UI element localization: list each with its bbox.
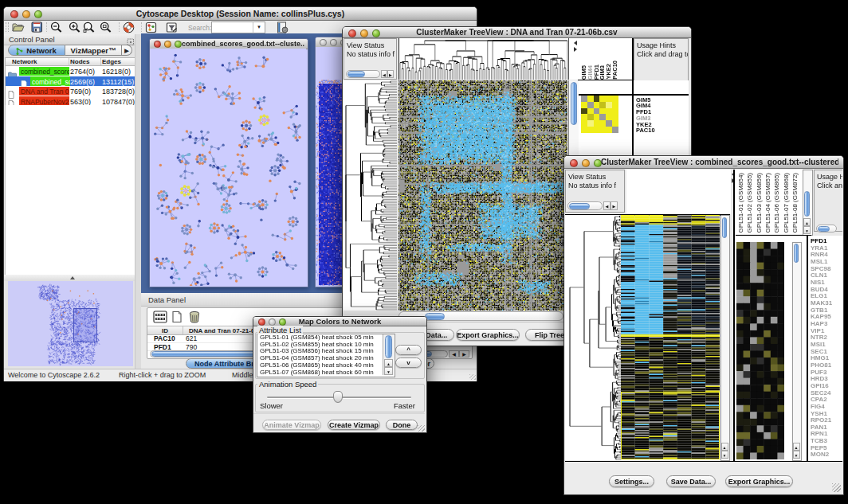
- new-document-icon[interactable]: [171, 311, 183, 326]
- overview-divider[interactable]: [4, 275, 141, 281]
- view-status-hscrollbar[interactable]: [346, 70, 380, 78]
- row-label[interactable]: ELG1: [811, 292, 827, 299]
- row-label[interactable]: CLN1: [811, 272, 827, 279]
- row-label[interactable]: GTB1: [811, 307, 827, 314]
- column-dendrogram[interactable]: [398, 38, 568, 80]
- heatmap-cell[interactable]: [594, 120, 600, 127]
- minimize-button[interactable]: [582, 159, 590, 167]
- zoom-heatmap[interactable]: [581, 96, 618, 133]
- heatmap-cell[interactable]: [606, 120, 612, 127]
- row-dendrogram[interactable]: [344, 80, 397, 311]
- col-nodes[interactable]: Nodes: [70, 58, 89, 65]
- row-label[interactable]: PEP5: [811, 444, 826, 451]
- frame-minimize-button[interactable]: [330, 39, 337, 46]
- scrollbar-thumb[interactable]: [818, 226, 830, 232]
- row-label[interactable]: MAK31: [811, 299, 832, 307]
- done-button[interactable]: Done: [386, 420, 418, 430]
- row-label[interactable]: HAP3: [811, 320, 827, 327]
- row-label[interactable]: PUF3: [811, 369, 826, 376]
- heatmap-cell[interactable]: [594, 114, 600, 120]
- export-graphics-button[interactable]: Export Graphics...: [456, 329, 520, 341]
- heatmap-cell[interactable]: [606, 102, 612, 108]
- treeview1-titlebar[interactable]: ClusterMaker TreeView : DNA and Tran 07-…: [343, 27, 691, 38]
- col-attr[interactable]: DNA and Tran 07-21-06b: [189, 327, 262, 334]
- heatmap-cell[interactable]: [612, 120, 618, 127]
- resize-grip[interactable]: [832, 483, 841, 492]
- heatmap-vscrollbar[interactable]: ▲ ▼: [720, 215, 730, 461]
- heatmap-cell[interactable]: [612, 102, 618, 108]
- scrollbar-thumb[interactable]: [569, 203, 590, 209]
- heatmap-cell[interactable]: [587, 102, 594, 108]
- row-label[interactable]: SPC98: [811, 265, 830, 272]
- close-button[interactable]: [570, 159, 578, 167]
- row-label[interactable]: SEC24: [811, 389, 830, 397]
- row-label[interactable]: NTR2: [811, 334, 827, 341]
- row-label[interactable]: HMG1: [811, 354, 829, 361]
- heatmap-cell[interactable]: [599, 127, 606, 133]
- heatmap-cell[interactable]: [594, 96, 600, 102]
- column-dendrogram[interactable]: [626, 170, 731, 214]
- heatmap-cell[interactable]: [606, 108, 612, 115]
- network-overview-panel[interactable]: [8, 281, 133, 366]
- row-label[interactable]: YSH1: [811, 410, 827, 417]
- scroll-right-button[interactable]: ▶: [459, 350, 469, 357]
- row-dendrogram[interactable]: [565, 215, 621, 460]
- heatmap-cell[interactable]: [612, 108, 618, 115]
- heatmap-cell[interactable]: [581, 108, 587, 115]
- row-label[interactable]: VIP1: [811, 327, 824, 334]
- row-label[interactable]: PFD1: [811, 237, 826, 244]
- col-network[interactable]: Network: [12, 58, 37, 65]
- scroll-down-button[interactable]: ▼: [721, 451, 728, 459]
- heatmap-cell[interactable]: [599, 120, 606, 127]
- search-input[interactable]: [211, 21, 254, 33]
- treeview2-titlebar[interactable]: ClusterMaker TreeView : combined_scores_…: [564, 156, 843, 169]
- row-label[interactable]: RPO21: [811, 416, 831, 424]
- settings-button[interactable]: Settings...: [609, 475, 654, 487]
- network-canvas[interactable]: [150, 49, 306, 286]
- scrollbar-thumb[interactable]: [571, 82, 577, 125]
- move-down-button[interactable]: v: [395, 357, 422, 368]
- usage-hints-hscrollbar[interactable]: [816, 225, 837, 232]
- animate-vizmap-button[interactable]: Animate Vizmap: [262, 420, 321, 430]
- scroll-down-button[interactable]: ▼: [384, 367, 393, 375]
- attribute-list-item[interactable]: GPL51-07 (GSM868) heat shock 60 min: [257, 369, 395, 377]
- column-label[interactable]: PAC10: [611, 61, 618, 80]
- scroll-up-button[interactable]: ▲: [721, 443, 728, 451]
- column-label[interactable]: GPL51-06 (GSM865): [773, 173, 780, 233]
- heatmap-cell[interactable]: [599, 96, 606, 102]
- scroll-up-button[interactable]: ▲: [803, 218, 811, 226]
- create-vizmap-button[interactable]: Create Vizmap: [328, 420, 380, 430]
- row-label[interactable]: PAN1: [811, 424, 827, 431]
- heatmap-cell[interactable]: [581, 127, 587, 133]
- cytoscape-titlebar[interactable]: Cytoscape Desktop (Session Name: collins…: [4, 7, 477, 21]
- row-label[interactable]: KAP95: [811, 313, 831, 320]
- scroll-left-button[interactable]: ◀: [603, 201, 610, 210]
- network-table-row[interactable]: combined_scores_2764(0)16218(0): [6, 66, 135, 76]
- heatmap-cell[interactable]: [581, 114, 587, 120]
- row-label[interactable]: CPA2: [811, 396, 827, 403]
- heatmap-cell[interactable]: [612, 96, 618, 102]
- heatmap-cell[interactable]: [581, 96, 587, 102]
- tab-vizmapper[interactable]: VizMapper™: [65, 45, 122, 56]
- heatmap-cell[interactable]: [606, 127, 612, 133]
- heatmap-cell[interactable]: [587, 120, 594, 127]
- heatmap-cell[interactable]: [606, 96, 612, 102]
- resize-grip[interactable]: [469, 374, 476, 380]
- scroll-left-button[interactable]: ◀: [449, 350, 459, 357]
- column-label[interactable]: GPL51-03 (GSM856): [756, 173, 763, 233]
- scroll-up-button[interactable]: ▲: [793, 443, 800, 451]
- row-label[interactable]: GPI16: [811, 382, 829, 389]
- global-heatmap[interactable]: [621, 215, 720, 459]
- row-label[interactable]: NIS1: [811, 279, 825, 286]
- scroll-left-button[interactable]: ◀: [381, 70, 387, 78]
- row-label[interactable]: MON2: [811, 451, 829, 458]
- speed-slider-thumb[interactable]: [333, 391, 343, 403]
- heatmap-cell[interactable]: [587, 114, 594, 120]
- network-table-row[interactable]: combined_sco2569(6)13112(15): [6, 76, 135, 87]
- view-status-hscrollbar[interactable]: [567, 201, 603, 210]
- heatmap-cell[interactable]: [594, 127, 600, 133]
- scrollbar-thumb[interactable]: [794, 244, 799, 263]
- resize-grip[interactable]: [418, 425, 425, 432]
- split-right-icon[interactable]: [574, 47, 577, 52]
- heatmap-cell[interactable]: [587, 108, 594, 115]
